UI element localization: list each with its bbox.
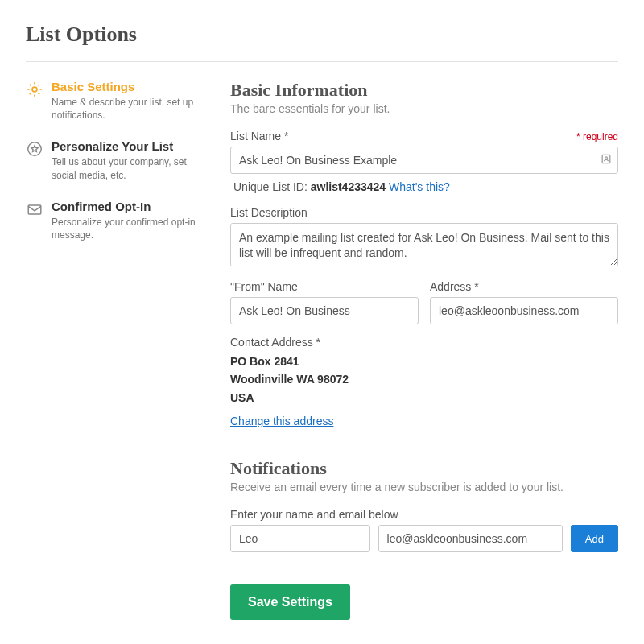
save-settings-button[interactable]: Save Settings bbox=[230, 584, 350, 620]
uid-label: Unique List ID: bbox=[233, 180, 308, 193]
uid-help-link[interactable]: What's this? bbox=[389, 180, 450, 193]
divider bbox=[26, 61, 618, 62]
address-line: USA bbox=[230, 389, 618, 407]
sidebar-item-confirmed-optin[interactable]: Confirmed Opt-In Personalize your confir… bbox=[26, 200, 211, 242]
envelope-icon bbox=[26, 200, 43, 218]
sidebar-item-desc: Name & describe your list, set up notifi… bbox=[52, 96, 211, 122]
list-description-label: List Description bbox=[230, 206, 618, 219]
main-content: Basic Information The bare essentials fo… bbox=[230, 80, 618, 620]
list-description-input[interactable]: An example mailing list created for Ask … bbox=[230, 223, 618, 266]
address-input[interactable] bbox=[430, 297, 618, 324]
notification-name-input[interactable] bbox=[230, 525, 370, 552]
contact-address-block: PO Box 2841 Woodinville WA 98072 USA bbox=[230, 353, 618, 407]
sidebar-item-personalize[interactable]: Personalize Your List Tell us about your… bbox=[26, 139, 211, 181]
from-name-input[interactable] bbox=[230, 297, 419, 324]
sidebar: Basic Settings Name & describe your list… bbox=[26, 80, 211, 620]
star-badge-icon bbox=[26, 140, 43, 158]
sidebar-item-label: Personalize Your List bbox=[52, 139, 211, 154]
page-title: List Options bbox=[26, 23, 618, 47]
section-subtitle-basic: The bare essentials for your list. bbox=[230, 102, 618, 115]
list-name-input[interactable] bbox=[230, 147, 618, 174]
address-line: PO Box 2841 bbox=[230, 353, 618, 370]
svg-point-4 bbox=[605, 157, 608, 159]
uid-value: awlist4233424 bbox=[311, 180, 386, 193]
sidebar-item-label: Basic Settings bbox=[52, 80, 211, 94]
unique-id-line: Unique List ID: awlist4233424 What's thi… bbox=[233, 180, 618, 193]
sidebar-item-label: Confirmed Opt-In bbox=[52, 200, 211, 214]
sidebar-item-desc: Personalize your confirmed opt-in messag… bbox=[52, 216, 211, 242]
contact-card-icon bbox=[601, 154, 612, 167]
section-title-basic: Basic Information bbox=[230, 80, 618, 101]
svg-point-0 bbox=[32, 87, 37, 92]
address-label: Address * bbox=[430, 280, 618, 293]
section-title-notifications: Notifications bbox=[230, 458, 618, 479]
list-name-label: List Name * bbox=[230, 130, 288, 142]
notification-instruction: Enter your name and email below bbox=[230, 508, 618, 521]
section-subtitle-notifications: Receive an email every time a new subscr… bbox=[230, 481, 618, 493]
from-name-label: "From" Name bbox=[230, 280, 419, 293]
address-line: Woodinville WA 98072 bbox=[230, 370, 618, 388]
sidebar-item-desc: Tell us about your company, set social m… bbox=[52, 155, 211, 181]
change-address-link[interactable]: Change this address bbox=[230, 415, 333, 427]
sidebar-item-basic-settings[interactable]: Basic Settings Name & describe your list… bbox=[26, 80, 211, 122]
contact-address-label: Contact Address * bbox=[230, 336, 618, 349]
add-button[interactable]: Add bbox=[571, 525, 618, 552]
svg-rect-2 bbox=[28, 205, 41, 214]
required-note: * required bbox=[576, 131, 618, 142]
notification-email-input[interactable] bbox=[378, 525, 563, 552]
gear-icon bbox=[26, 80, 43, 98]
